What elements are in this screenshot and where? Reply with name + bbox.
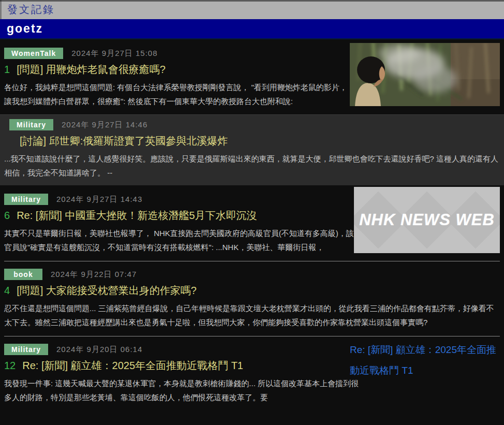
post-timestamp: 2024年 9月27日 14:43 bbox=[56, 195, 142, 204]
post-count: 4 bbox=[4, 285, 10, 297]
post-thumbnail-photo[interactable] bbox=[350, 43, 500, 106]
post-count: 1 bbox=[4, 64, 10, 76]
post-excerpt: 我發現一件事: 這幾天喊最大聲的某退休軍官，本身就是教刺槍術賺錢的... 所以這… bbox=[4, 376, 361, 404]
post-excerpt: 忍不住還是想問這個問題... 三浦紫苑曾經自爆說，自己年輕時候是靠跟文壇大老枕營… bbox=[4, 301, 500, 329]
smoke-in-grass-photo bbox=[350, 43, 500, 106]
post-title-link[interactable]: 4 [問題] 大家能接受枕營業出身的作家嗎? bbox=[4, 284, 500, 298]
board-badge[interactable]: Military bbox=[4, 194, 48, 205]
board-badge[interactable]: Military bbox=[9, 119, 53, 130]
post-item-2: Military 2024年 9月27日 14:46 [討論] 邱世卿:俄羅斯證… bbox=[0, 114, 504, 185]
related-post-link[interactable]: Re: [新聞] 顧立雄：2025年全面推動近戰格鬥 T1 bbox=[350, 340, 498, 381]
page-header-bar: 發文記錄 bbox=[0, 0, 504, 19]
nhk-logo-text: NHK NEWS WEB bbox=[359, 211, 495, 229]
post-excerpt: 其實不只是華爾街日報，美聯社也報導了， NHK直接跑去問美國政府的高級官員(不知… bbox=[4, 226, 354, 254]
post-item-1: WomenTalk 2024年 9月27日 15:08 1 [問題] 用鞭炮炸老… bbox=[4, 48, 500, 108]
post-count: 6 bbox=[4, 210, 10, 222]
post-title: Re: [新聞] 中國重大挫敗！新造核潛艦5月下水即沉沒 bbox=[17, 209, 257, 223]
post-timestamp: 2024年 9月27日 14:46 bbox=[62, 120, 147, 130]
username: goetz bbox=[7, 22, 43, 36]
post-timestamp: 2024年 9月20日 06:14 bbox=[56, 345, 142, 355]
post-list: WomenTalk 2024年 9月27日 15:08 1 [問題] 用鞭炮炸老… bbox=[0, 48, 504, 404]
divider bbox=[4, 261, 500, 261]
board-badge[interactable]: book bbox=[4, 269, 42, 280]
post-title: [討論] 邱世卿:俄羅斯證實了英國參與北溪爆炸 bbox=[20, 134, 228, 148]
post-title: Re: [新聞] 顧立雄：2025年全面推動近戰格鬥 T1 bbox=[22, 359, 243, 373]
post-title: [問題] 用鞭炮炸老鼠會很療癒嗎? bbox=[17, 63, 166, 77]
post-item-4: book 2024年 9月22日 07:47 4 [問題] 大家能接受枕營業出身… bbox=[4, 269, 500, 329]
post-excerpt: ...我不知道該說什麼了，這人感覺很好笑。應該說，只要是俄羅斯端出來的東西，就算… bbox=[4, 152, 500, 180]
page-title: 發文記錄 bbox=[7, 3, 55, 17]
divider bbox=[4, 336, 500, 336]
post-excerpt: 各位好，我純粹是想問這個問題: 有個台大法律系榮譽教授剛剛發言說， "看到用鞭炮… bbox=[4, 80, 354, 108]
post-timestamp: 2024年 9月22日 07:47 bbox=[51, 270, 137, 280]
post-title-link[interactable]: [討論] 邱世卿:俄羅斯證實了英國參與北溪爆炸 bbox=[4, 134, 500, 148]
board-badge[interactable]: WomenTalk bbox=[4, 48, 63, 59]
user-header-bar: goetz bbox=[0, 19, 504, 39]
post-timestamp: 2024年 9月27日 15:08 bbox=[71, 49, 157, 58]
board-badge[interactable]: Military bbox=[4, 344, 48, 355]
post-title: [問題] 大家能接受枕營業出身的作家嗎? bbox=[17, 284, 197, 298]
nhk-news-web-logo[interactable]: NHK NEWS WEB bbox=[354, 187, 500, 253]
post-item-5: Military 2024年 9月20日 06:14 12 Re: [新聞] 顧… bbox=[4, 344, 500, 404]
post-item-3: Military 2024年 9月27日 14:43 6 Re: [新聞] 中國… bbox=[4, 194, 500, 254]
post-count: 12 bbox=[4, 360, 16, 372]
